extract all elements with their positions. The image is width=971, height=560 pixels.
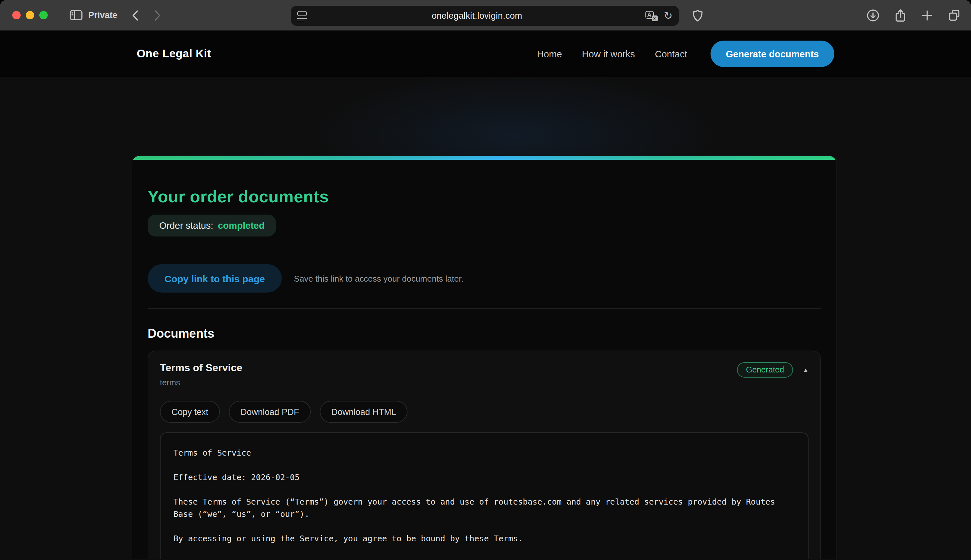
forward-icon	[154, 9, 161, 21]
collapse-caret-icon[interactable]: ▲	[803, 367, 809, 373]
documents-heading: Documents	[148, 327, 821, 341]
privacy-shield-icon[interactable]	[692, 10, 703, 22]
order-documents-card: Your order documents Order status: compl…	[132, 155, 837, 559]
page-title: Your order documents	[148, 187, 821, 207]
download-pdf-button[interactable]: Download PDF	[229, 401, 311, 423]
document-text: Terms of Service Effective date: 2026-02…	[174, 447, 795, 559]
window-controls	[12, 11, 48, 19]
browser-toolbar: Private onelegalkit.lovigin.com Ax ↻	[0, 0, 971, 31]
copy-link-button[interactable]: Copy link to this page	[148, 264, 282, 293]
order-status-badge: Order status: completed	[148, 215, 276, 237]
generate-documents-button[interactable]: Generate documents	[711, 41, 835, 67]
page-main: Your order documents Order status: compl…	[0, 77, 971, 559]
address-bar[interactable]: onelegalkit.lovigin.com Ax ↻	[291, 6, 679, 26]
share-icon[interactable]	[894, 9, 906, 22]
section-divider	[148, 308, 821, 309]
browser-window: Private onelegalkit.lovigin.com Ax ↻	[0, 0, 971, 560]
minimize-window-button[interactable]	[26, 11, 34, 19]
zoom-window-button[interactable]	[39, 11, 48, 19]
nav-link-home[interactable]: Home	[537, 48, 562, 59]
download-html-button[interactable]: Download HTML	[320, 401, 408, 423]
main-nav: Home How it works Contact Generate docum…	[537, 41, 834, 67]
private-mode-label: Private	[88, 10, 117, 20]
order-status-value: completed	[218, 220, 265, 231]
page-settings-icon[interactable]	[297, 11, 309, 21]
nav-link-how-it-works[interactable]: How it works	[582, 48, 635, 59]
document-card-terms: Terms of Service terms Generated ▲ Copy …	[148, 350, 821, 559]
downloads-icon[interactable]	[866, 9, 879, 22]
back-icon[interactable]	[132, 9, 138, 21]
web-page: One Legal Kit Home How it works Contact …	[0, 31, 971, 559]
translate-icon[interactable]: Ax	[645, 11, 657, 21]
document-title: Terms of Service	[160, 362, 242, 374]
sidebar-icon[interactable]	[70, 10, 83, 21]
document-slug: terms	[160, 378, 242, 387]
url-text[interactable]: onelegalkit.lovigin.com	[309, 11, 645, 21]
generated-status-badge: Generated	[737, 362, 793, 378]
copy-link-hint: Save this link to access your documents …	[294, 273, 464, 283]
card-gradient-bar	[132, 156, 836, 160]
reload-icon[interactable]: ↻	[664, 11, 672, 21]
document-text-panel[interactable]: Terms of Service Effective date: 2026-02…	[160, 432, 809, 559]
order-status-label: Order status:	[159, 220, 214, 231]
tab-overview-icon[interactable]	[948, 9, 961, 22]
site-header: One Legal Kit Home How it works Contact …	[0, 31, 971, 77]
brand-logo[interactable]: One Legal Kit	[137, 47, 211, 60]
nav-link-contact[interactable]: Contact	[655, 48, 687, 59]
copy-text-button[interactable]: Copy text	[160, 401, 220, 423]
new-tab-icon[interactable]	[921, 10, 933, 21]
close-window-button[interactable]	[12, 11, 21, 19]
